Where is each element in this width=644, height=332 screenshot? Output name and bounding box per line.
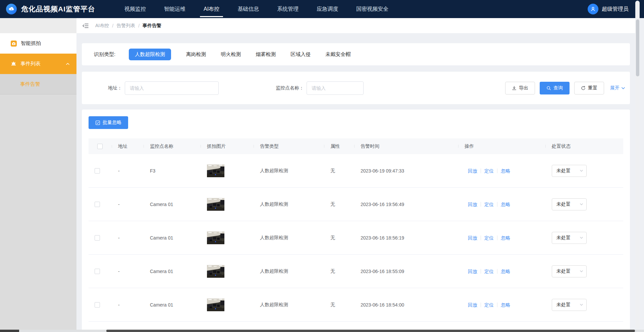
column-header: 监控点名称 <box>144 143 201 149</box>
export-button[interactable]: 导出 <box>505 82 535 94</box>
capture-thumbnail[interactable] <box>207 265 224 278</box>
playback-link[interactable]: 回放 <box>465 236 481 240</box>
row-checkbox[interactable] <box>95 235 100 241</box>
row-select-cell <box>89 269 112 274</box>
row-checkbox[interactable] <box>95 269 100 274</box>
row-actions: 回放 定位 忽略 <box>459 269 546 274</box>
breadcrumb-item[interactable]: / 事件告警 <box>135 23 161 29</box>
filter-pill[interactable]: 区域入侵 <box>290 49 311 60</box>
locate-link[interactable]: 定位 <box>481 269 497 274</box>
ignore-link[interactable]: 忽略 <box>497 202 514 207</box>
capture-image-cell <box>201 265 254 278</box>
batch-ignore-button[interactable]: 批量忽略 <box>89 116 128 129</box>
row-actions: 回放 定位 忽略 <box>459 169 546 173</box>
sidebar-subitem-event-alert[interactable]: 事件告警 <box>0 74 76 94</box>
capture-thumbnail[interactable] <box>207 198 224 211</box>
top-navbar: 危化品视频AI监管平台 视频监控 智能运维 AI布控 基础信息 系统管理 应急调… <box>0 0 644 18</box>
monitor-name-cell: Camera 01 <box>144 235 201 241</box>
breadcrumb-separator: / <box>138 23 140 28</box>
attribute-cell: 无 <box>324 201 355 207</box>
playback-link[interactable]: 回放 <box>465 303 481 307</box>
vertical-scrollbar[interactable] <box>635 1 640 329</box>
status-dropdown[interactable]: 未处置 <box>552 198 587 210</box>
select-all-cell <box>89 144 112 149</box>
breadcrumb-item[interactable]: / 告警列表 <box>109 23 135 29</box>
query-button[interactable]: 查询 <box>540 82 570 94</box>
chevron-down-icon <box>580 304 583 306</box>
column-header: 地址 <box>112 143 144 149</box>
user-name: 超级管理员 <box>602 6 629 13</box>
capture-thumbnail[interactable] <box>207 231 224 244</box>
column-header: 处置状态 <box>546 143 623 149</box>
sidebar-fold-icon[interactable] <box>80 21 91 31</box>
ignore-link[interactable]: 忽略 <box>497 303 514 307</box>
scrollbar-corner <box>0 330 19 332</box>
app-window: 危化品视频AI监管平台 视频监控 智能运维 AI布控 基础信息 系统管理 应急调… <box>0 0 644 332</box>
nav-item[interactable]: AI布控 <box>195 0 228 18</box>
sidebar-filler <box>0 94 76 332</box>
vertical-scrollbar-thumb[interactable] <box>636 19 639 76</box>
table-row: - Camera 01 <box>89 288 623 322</box>
brand-logo-icon <box>6 4 17 14</box>
status-dropdown[interactable]: 未处置 <box>552 265 587 277</box>
status-cell: 未处置 <box>546 232 623 244</box>
capture-thumbnail[interactable] <box>207 298 224 311</box>
sidebar-item-event-list[interactable]: 事件列表 <box>0 54 76 74</box>
playback-link[interactable]: 回放 <box>465 202 481 207</box>
row-select-cell <box>89 202 112 207</box>
capture-thumbnail[interactable] <box>207 164 224 177</box>
column-header: 操作 <box>459 143 546 149</box>
sidebar-header <box>0 18 76 33</box>
status-dropdown[interactable]: 未处置 <box>552 232 587 244</box>
checkbox-check-icon <box>95 120 100 125</box>
row-checkbox[interactable] <box>95 302 100 308</box>
attribute-cell: 无 <box>324 235 355 241</box>
expand-toggle[interactable]: 展开 <box>610 85 625 91</box>
filter-pill[interactable]: 离岗检测 <box>186 49 206 60</box>
reset-button[interactable]: 重置 <box>574 82 604 94</box>
monitor-name-input[interactable] <box>307 81 364 95</box>
capture-image-cell <box>201 298 254 311</box>
status-dropdown[interactable]: 未处置 <box>552 165 587 177</box>
locate-link[interactable]: 定位 <box>481 202 497 207</box>
ignore-link[interactable]: 忽略 <box>497 169 514 173</box>
ignore-link[interactable]: 忽略 <box>497 236 514 240</box>
user-menu[interactable]: 超级管理员 <box>588 4 629 14</box>
horizontal-scrollbar[interactable] <box>0 330 644 332</box>
nav-item[interactable]: 智能运维 <box>155 0 195 18</box>
alarm-table-card: 批量忽略 地址 监控点名称 抓拍图片 告警类型 <box>82 110 630 332</box>
row-checkbox[interactable] <box>95 202 100 207</box>
locate-link[interactable]: 定位 <box>481 303 497 307</box>
ignore-link[interactable]: 忽略 <box>497 269 514 274</box>
filter-pill[interactable]: 人数超限检测 <box>129 49 171 60</box>
sidebar-item-smart-capture[interactable]: 智能抓拍 <box>0 33 76 54</box>
capture-image-cell <box>201 198 254 211</box>
nav-item[interactable]: 应急调度 <box>308 0 347 18</box>
status-dropdown[interactable]: 未处置 <box>552 299 587 311</box>
nav-item[interactable]: 国密视频安全 <box>347 0 397 18</box>
address-input[interactable] <box>125 81 219 95</box>
nav-item[interactable]: 基础信息 <box>228 0 268 18</box>
locate-link[interactable]: 定位 <box>481 169 497 173</box>
filter-pill[interactable]: 明火检测 <box>221 49 241 60</box>
horizontal-scrollbar-thumb[interactable] <box>106 330 635 332</box>
locate-link[interactable]: 定位 <box>481 236 497 240</box>
nav-item[interactable]: 系统管理 <box>268 0 308 18</box>
filter-pill[interactable]: 未戴安全帽 <box>325 49 351 60</box>
chevron-down-icon <box>621 87 625 89</box>
playback-link[interactable]: 回放 <box>465 269 481 274</box>
capture-camera-icon <box>11 41 17 47</box>
main-nav: 视频监控 智能运维 AI布控 基础信息 系统管理 应急调度 国密视频安全 <box>115 0 397 18</box>
playback-link[interactable]: 回放 <box>465 169 481 173</box>
address-cell: - <box>112 269 144 274</box>
row-checkbox[interactable] <box>95 168 100 174</box>
alarm-time-cell: 2023-06-16 19:56:49 <box>355 202 459 207</box>
breadcrumb-item[interactable]: / AI布控 <box>95 23 109 29</box>
nav-item[interactable]: 视频监控 <box>115 0 155 18</box>
column-header: 告警时间 <box>355 143 459 149</box>
row-select-cell <box>89 168 112 174</box>
monitor-name-form-item: 监控点名称： <box>276 81 364 95</box>
select-all-checkbox[interactable] <box>97 144 103 149</box>
filter-pill[interactable]: 烟雾检测 <box>256 49 276 60</box>
alarm-time-cell: 2023-06-16 18:56:19 <box>355 235 459 241</box>
